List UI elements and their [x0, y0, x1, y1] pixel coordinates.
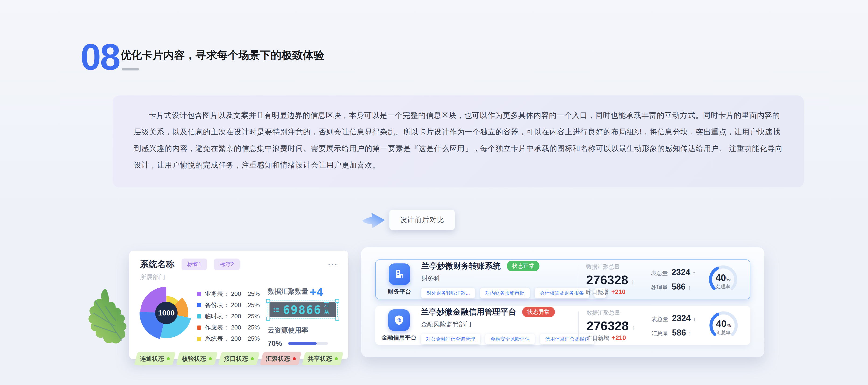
status-tag-share[interactable]: 共享状态: [304, 352, 342, 365]
metric-value: 586: [672, 328, 686, 338]
feature-tag[interactable]: 会计核算及财务报备: [535, 288, 589, 298]
aggregation-value-selection[interactable]: 69866 万条: [268, 300, 338, 319]
legend-label: 临时表：: [205, 312, 229, 320]
system-card-after: 财务平台 兰亭妙微财务转账系统 状态正常 财务科 对外财务转账汇款...对内财务…: [361, 247, 765, 357]
metric-value: 586: [672, 282, 685, 292]
gauge-label: 处理率: [716, 284, 730, 290]
app-department: 金融风险监管部门: [421, 320, 578, 328]
legend-item: 备份表： 200 25%: [197, 301, 260, 309]
cloud-usage-row: 70%: [268, 339, 338, 348]
feature-tag[interactable]: 对公金融征信查询管理: [421, 334, 480, 344]
app-stats: 数据汇聚总量 276328 ↑ 昨日新增 +210 表总量2324↑ 汇总量58…: [587, 309, 741, 342]
total-value: 276328: [587, 319, 629, 333]
up-arrow-icon: ↑: [631, 324, 635, 332]
shield-icon: 信: [388, 310, 410, 331]
metric-value: 2324: [672, 267, 690, 277]
rate-gauge: 40% 处理率: [706, 263, 741, 296]
svg-text:1000: 1000: [158, 309, 175, 317]
up-arrow-icon: ↑: [631, 278, 634, 286]
system-tag-2[interactable]: 标签2: [214, 259, 239, 270]
cloud-usage-bar: [288, 342, 328, 345]
yesterday-label: 昨日新增: [586, 288, 609, 296]
selection-handle[interactable]: [266, 317, 270, 321]
list-icon: [273, 306, 280, 314]
feature-tag[interactable]: 金融安全风险评估: [485, 334, 535, 344]
before-card-header: 系统名称 标签1 标签2 ⋯: [140, 259, 338, 270]
up-arrow-icon: ↑: [693, 316, 696, 323]
more-menu-icon[interactable]: ⋯: [328, 262, 338, 267]
app-info: 兰亭妙微金融信用管理平台 状态异常 金融风险监管部门 对公金融征信查询管理金融安…: [421, 307, 578, 344]
status-tag-row: 连通状态 核验状态 接口状态 汇聚状态 共享状态: [136, 352, 342, 365]
app-row-finance[interactable]: 财务平台 兰亭妙微财务转账系统 状态正常 财务科 对外财务转账汇款...对内财务…: [375, 259, 750, 299]
metric-label: 汇总量: [651, 330, 668, 338]
compare-button[interactable]: 设计前后对比: [389, 210, 455, 230]
status-dot: [335, 357, 338, 360]
app-icon-column: 信 金融信用平台: [384, 310, 413, 341]
aggregation-unit: 万条: [324, 301, 332, 316]
status-dot: [167, 357, 170, 360]
legend-percent: 25%: [248, 301, 260, 309]
feature-tag[interactable]: 对内财务报销审批: [480, 288, 530, 298]
section-number: 08: [81, 40, 120, 73]
arrow-right-icon: [361, 210, 386, 230]
selection-handle[interactable]: [335, 299, 339, 303]
selection-handle[interactable]: [335, 317, 339, 321]
yesterday-delta: +210: [612, 334, 626, 342]
department-label: 所属部门: [140, 273, 338, 281]
total-stat: 数据汇聚总量 276328 ↑ 昨日新增 +210: [587, 309, 647, 342]
legend-percent: 25%: [248, 324, 260, 331]
yesterday-label: 昨日新增: [587, 334, 609, 342]
metric-value: 2324: [672, 313, 691, 323]
status-tag-label: 核验状态: [182, 355, 206, 363]
cloud-usage-fill: [288, 342, 317, 345]
app-department: 财务科: [422, 274, 578, 283]
before-card-body: 1000 业务表： 200 25% 备份表： 200 25% 临时表：: [140, 284, 338, 348]
legend-label: 备份表：: [205, 301, 229, 309]
legend-label: 系统表：: [205, 334, 229, 343]
status-tag-label: 接口状态: [224, 355, 248, 363]
legend-percent: 25%: [248, 290, 260, 297]
feature-tag[interactable]: 对外财务转账汇款...: [422, 288, 475, 298]
gauge-unit: %: [727, 323, 731, 328]
app-row-credit[interactable]: 信 金融信用平台 兰亭妙微金融信用管理平台 状态异常 金融风险监管部门 对公金融…: [375, 306, 750, 345]
status-tag-label: 汇聚状态: [266, 355, 290, 363]
app-stats: 数据汇聚总量 276328 ↑ 昨日新增 +210 表总量2324↑ 处理量58…: [586, 263, 741, 296]
status-tag-interface[interactable]: 接口状态: [220, 352, 258, 365]
system-card-before[interactable]: 系统名称 标签1 标签2 ⋯ 所属部门 1000 业务表： 200 25% 备份…: [129, 251, 348, 359]
total-value: 276328: [586, 272, 628, 287]
gauge-label: 汇总率: [717, 329, 731, 336]
status-tag-aggregate[interactable]: 汇聚状态: [261, 352, 300, 365]
app-title: 兰亭妙微金融信用管理平台: [421, 307, 516, 317]
status-tag-label: 共享状态: [308, 355, 332, 363]
feature-tag[interactable]: 信用信息汇总及报送: [540, 334, 594, 344]
cloud-usage-label: 云资源使用率: [268, 326, 338, 335]
legend-value: 200: [231, 290, 241, 297]
app-title: 兰亭妙微财务转账系统: [422, 261, 501, 271]
selection-handle[interactable]: [266, 299, 270, 303]
lcd-counter: 69866 万条: [270, 302, 336, 317]
yesterday-delta: +210: [611, 288, 626, 296]
status-tag-verify[interactable]: 核验状态: [178, 352, 216, 365]
cloud-usage-percent: 70%: [268, 339, 282, 348]
system-tag-1[interactable]: 标签1: [182, 259, 207, 270]
up-arrow-icon: ↑: [692, 269, 695, 277]
status-tag-connect[interactable]: 连通状态: [136, 352, 174, 365]
legend-percent: 25%: [248, 313, 260, 320]
total-label: 数据汇聚总量: [586, 263, 646, 271]
app-info: 兰亭妙微财务转账系统 状态正常 财务科 对外财务转账汇款...对内财务报销审批会…: [422, 261, 578, 298]
shield-character: 信: [397, 318, 401, 322]
legend-value: 200: [231, 313, 241, 320]
gauge-unit: %: [726, 277, 731, 282]
legend-label: 业务表：: [205, 290, 229, 298]
legend-swatch: [197, 337, 201, 341]
legend-item: 业务表： 200 25%: [197, 290, 260, 298]
aggregation-count: 数据汇聚数量 +4: [268, 285, 338, 296]
total-stat: 数据汇聚总量 276328 ↑ 昨日新增 +210: [586, 263, 646, 296]
legend-value: 200: [231, 324, 241, 331]
metric-label: 表总量: [651, 316, 668, 323]
page: 08 优化卡片内容，寻求每个场景下的极致体验 卡片式设计包含图片以及文案并且有明…: [0, 0, 868, 385]
metric-column: 表总量2324↑ 汇总量586↑: [651, 313, 700, 338]
app-icon-column: 财务平台: [385, 263, 414, 295]
status-dot: [293, 357, 296, 360]
title-dash: [122, 68, 138, 70]
